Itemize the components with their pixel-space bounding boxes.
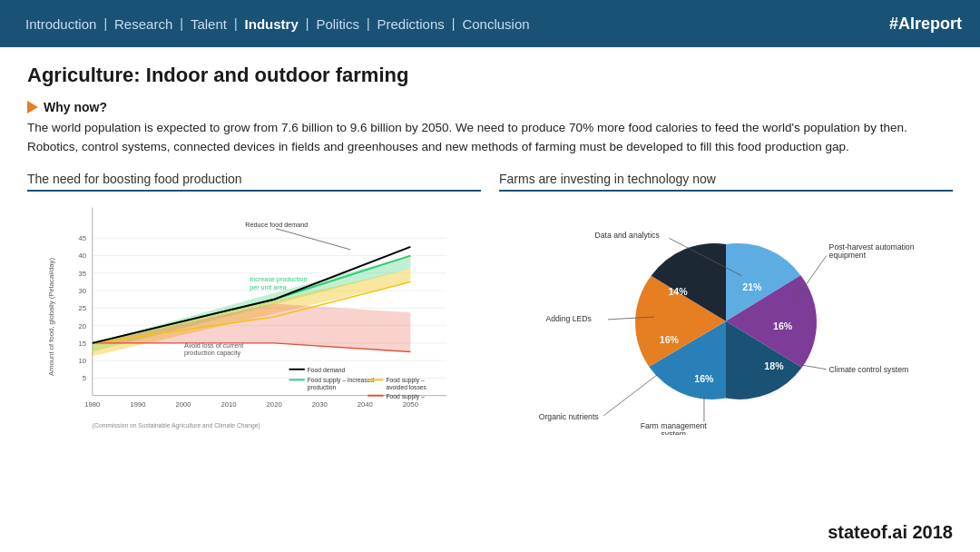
svg-text:40: 40 [79, 251, 87, 260]
svg-text:avoided losses: avoided losses [386, 384, 426, 390]
svg-text:45: 45 [79, 234, 87, 242]
svg-text:1980: 1980 [84, 400, 100, 409]
svg-text:Increase production: Increase production [250, 275, 307, 283]
svg-text:per unit area: per unit area [250, 283, 288, 291]
nav-industry[interactable]: Industry [238, 16, 306, 32]
svg-text:21%: 21% [742, 281, 762, 292]
svg-text:2000: 2000 [175, 400, 191, 409]
nav-research[interactable]: Research [107, 16, 180, 32]
svg-text:Climate control system: Climate control system [829, 365, 909, 374]
svg-text:16%: 16% [660, 334, 680, 345]
svg-text:Food supply –: Food supply – [386, 392, 425, 399]
line-chart-wrap: Amount of food, globally (Petacal/day) 5… [27, 199, 481, 439]
svg-text:Amount of food, globally (Peta: Amount of food, globally (Petacal/day) [47, 257, 55, 375]
why-now-header: Why now? [27, 100, 953, 114]
why-now-text: The world population is expected to grow… [27, 119, 935, 157]
nav-politics[interactable]: Politics [309, 16, 367, 32]
svg-line-60 [801, 365, 827, 370]
svg-text:2040: 2040 [358, 400, 373, 409]
svg-text:5: 5 [83, 374, 86, 382]
svg-text:system: system [662, 429, 686, 435]
line-chart-title: The need for boosting food production [27, 172, 481, 192]
svg-text:(Commission on Sustainable Agr: (Commission on Sustainable Agriculture a… [93, 422, 260, 429]
svg-text:2020: 2020 [267, 400, 282, 409]
svg-text:Food demand: Food demand [308, 367, 346, 373]
svg-text:16%: 16% [773, 320, 793, 331]
svg-text:Post-harvest automation: Post-harvest automation [829, 242, 915, 251]
svg-text:2050: 2050 [403, 400, 418, 409]
nav-items: Introduction | Research | Talent | Indus… [18, 16, 537, 32]
svg-text:10: 10 [79, 357, 87, 365]
svg-text:Adding LEDs: Adding LEDs [545, 314, 592, 323]
nav-conclusion[interactable]: Conclusion [455, 16, 536, 32]
top-navigation: Introduction | Research | Talent | Indus… [0, 0, 980, 47]
svg-text:equipment: equipment [829, 251, 867, 260]
why-now-label: Why now? [44, 100, 107, 114]
svg-text:Reduce food demand: Reduce food demand [245, 221, 308, 229]
svg-text:Avoid loss of current: Avoid loss of current [184, 341, 243, 350]
svg-text:15: 15 [79, 340, 87, 348]
svg-text:production capacity: production capacity [184, 349, 241, 357]
svg-text:20: 20 [79, 321, 87, 330]
page-title: Agriculture: Indoor and outdoor farming [27, 64, 953, 87]
why-now-section: Why now? The world population is expecte… [27, 100, 953, 157]
svg-text:35: 35 [79, 270, 87, 278]
line-chart-svg: Amount of food, globally (Petacal/day) 5… [27, 199, 481, 435]
svg-text:1990: 1990 [130, 400, 145, 409]
svg-text:2030: 2030 [312, 400, 328, 409]
pie-chart-container: Farms are investing in technology now [499, 172, 953, 439]
footer-text: stateof.ai 2018 [828, 522, 953, 543]
main-content: Agriculture: Indoor and outdoor farming … [0, 47, 980, 448]
svg-text:25: 25 [79, 304, 87, 312]
nav-introduction[interactable]: Introduction [18, 16, 103, 32]
charts-row: The need for boosting food production Am… [27, 172, 953, 439]
svg-text:18%: 18% [764, 360, 784, 371]
svg-text:Data and analytics: Data and analytics [595, 231, 661, 240]
svg-text:30: 30 [79, 287, 87, 295]
nav-predictions[interactable]: Predictions [370, 16, 452, 32]
line-chart-container: The need for boosting food production Am… [27, 172, 481, 439]
svg-line-65 [603, 373, 659, 415]
svg-text:production: production [308, 384, 337, 391]
svg-text:14%: 14% [668, 286, 688, 297]
triangle-icon [27, 101, 38, 113]
hashtag-label: #AIreport [889, 15, 962, 34]
pie-chart-wrap: 21% 16% 18% 16% 16% 14% Data and analyti… [499, 199, 953, 435]
svg-text:Organic nutrients: Organic nutrients [539, 412, 600, 421]
pie-chart-title: Farms are investing in technology now [499, 172, 953, 192]
nav-talent[interactable]: Talent [183, 16, 234, 32]
pie-chart-svg: 21% 16% 18% 16% 16% 14% Data and analyti… [499, 199, 953, 435]
svg-text:16%: 16% [694, 373, 714, 384]
svg-text:2010: 2010 [221, 400, 237, 409]
svg-line-33 [276, 229, 350, 250]
